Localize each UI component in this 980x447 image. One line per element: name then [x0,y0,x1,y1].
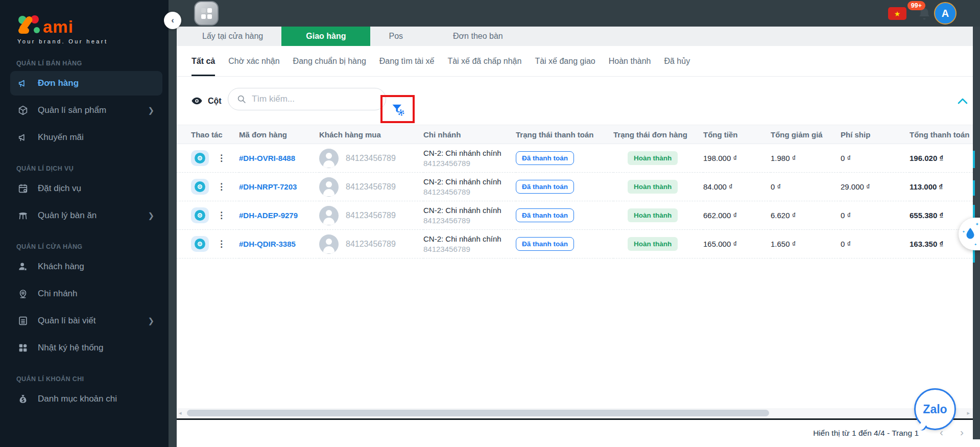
payment-status-chip[interactable]: Đã thanh toán [516,151,574,165]
sidebar-section-sales: QUẢN LÍ BÁN HÀNG [0,60,169,67]
horizontal-scrollbar-thumb[interactable] [187,410,769,416]
horizontal-scrollbar[interactable]: ◂ ▸ [177,408,973,418]
order-code-link[interactable]: #DH-ADEP-9279 [239,211,298,220]
status-tab-tai-xe-da-chap-nhan[interactable]: Tài xế đã chấp nhận [447,46,521,76]
status-tab-tat-ca[interactable]: Tất cả [192,46,215,76]
sidebar-item-nhat-ky-he-thong[interactable]: Nhật ký hệ thống [10,336,162,360]
row-menu-button[interactable]: ⋮ [217,154,226,162]
pagination-next-button[interactable]: › [960,426,964,438]
filter-gear-icon [391,102,405,116]
status-tab-hoan-thanh[interactable]: Hoàn thành [609,46,651,76]
row-menu-button[interactable]: ⋮ [217,183,226,191]
customer-avatar [319,149,339,168]
sidebar-item-khach-hang[interactable]: Khách hàng [10,254,162,279]
sidebar-item-chi-nhanh[interactable]: Chi nhánh [10,281,162,306]
payment-status-chip[interactable]: Đã thanh toán [516,237,574,251]
sidebar-item-dat-dich-vu[interactable]: Đặt dịch vụ [10,176,162,201]
sidebar-item-label: Khuyến mãi [38,132,84,143]
order-status-badge: Hoàn thành [628,208,678,222]
money-bag-icon [17,393,29,405]
eye-icon [195,181,205,192]
table-header-row: Thao tác Mã đơn hàng Khách hàng mua Chi … [177,125,973,144]
tab-giao-hang[interactable]: Giao hàng [281,27,370,46]
sidebar-item-quan-ly-ban-an[interactable]: Quản lý bàn ăn ❯ [10,203,162,228]
status-tab-cho-xac-nhan[interactable]: Chờ xác nhận [228,46,279,76]
vietnam-flag-icon[interactable]: ★ [888,7,906,20]
payment-status-chip[interactable]: Đã thanh toán [516,208,574,222]
calendar-icon [17,183,29,194]
person-star-icon [17,261,29,272]
content-panel: Lấy tại cửa hàng Giao hàng Pos Đơn theo … [177,27,973,418]
final-amount: 196.020 ₫ [910,144,973,173]
row-menu-button[interactable]: ⋮ [217,240,226,248]
col-header-ma-don-hang: Mã đơn hàng [239,125,319,144]
app-screen: ami Your brand. Our heart QUẢN LÍ BÁN HÀ… [0,0,980,447]
ship-fee: 0 ₫ [841,144,910,173]
orders-table: Thao tác Mã đơn hàng Khách hàng mua Chi … [177,125,973,258]
ship-fee: 0 ₫ [841,201,910,230]
order-status-badge: Hoàn thành [628,180,678,194]
zalo-chat-button[interactable]: Zalo [914,388,956,430]
sidebar-item-danh-muc-khoan-chi[interactable]: Danh mục khoản chi [10,387,162,411]
sidebar-section-store: QUẢN LÍ CỬA HÀNG [0,243,169,250]
notification-badge: 99+ [907,1,925,10]
scroll-right-arrow-icon[interactable]: ▸ [967,410,970,416]
tab-pos[interactable]: Pos [370,27,421,46]
chevron-right-icon: ❯ [148,106,154,115]
search-icon [236,94,247,104]
chevron-right-icon: ❯ [148,211,154,220]
status-tab-dang-tim-tai-xe[interactable]: Đang tìm tài xế [379,46,435,76]
sidebar-item-quan-li-bai-viet[interactable]: Quản lí bài viết ❯ [10,309,162,333]
filter-settings-button[interactable] [388,99,408,120]
sidebar-collapse-button[interactable]: ‹ [164,12,181,29]
view-order-button[interactable] [191,150,209,166]
dining-table-icon [17,210,29,221]
order-code-link[interactable]: #DH-OVRI-8488 [239,154,295,162]
columns-toggle-button[interactable]: Cột [191,95,222,107]
sidebar-item-khuyen-mai[interactable]: Khuyến mãi [10,125,162,150]
customer-avatar [319,177,339,197]
status-tab-tai-xe-dang-giao[interactable]: Tài xế đang giao [535,46,595,76]
user-avatar[interactable]: A [934,2,957,25]
order-status-badge: Hoàn thành [628,237,678,251]
map-pin-icon [17,288,29,299]
order-status-badge: Hoàn thành [628,151,678,165]
branch-phone: 84123456789 [423,187,516,197]
status-tab-dang-chuan-bi-hang[interactable]: Đang chuẩn bị hàng [293,46,366,76]
grid-apps-icon [201,8,212,19]
sidebar-item-label: Quản lí sản phẩm [38,105,106,115]
megaphone-icon [17,78,29,89]
sparkle-icon: ✦ [975,222,979,227]
view-order-button[interactable] [191,236,209,252]
order-code-link[interactable]: #DH-NRPT-7203 [239,182,297,191]
order-code-link[interactable]: #DH-QDIR-3385 [239,240,296,248]
scroll-left-arrow-icon[interactable]: ◂ [179,410,182,416]
pagination-summary: Hiển thị từ 1 đến 4/4 - Trang 1 [813,429,919,438]
chevron-up-icon[interactable] [957,97,968,105]
tab-lay-tai-cua-hang[interactable]: Lấy tại cửa hàng [184,27,281,46]
order-channel-tabs: Lấy tại cửa hàng Giao hàng Pos Đơn theo … [177,27,973,46]
table-row: ⋮ #DH-ADEP-9279 84123456789 CN-2: Chi nh… [177,201,973,230]
table-row: ⋮ #DH-OVRI-8488 84123456789 CN-2: Chi nh… [177,144,973,173]
logo-text: ami [43,19,74,35]
search-input[interactable] [252,94,369,104]
branch-name: CN-2: Chi nhánh chính [423,177,516,187]
chevron-right-icon: ❯ [148,316,154,325]
col-header-tong-thanh-toan: Tổng thanh toán [910,125,973,144]
zalo-logo: Zalo [923,403,947,416]
payment-status-chip[interactable]: Đã thanh toán [516,180,574,194]
view-order-button[interactable] [191,179,209,195]
app-launcher-button[interactable] [194,1,219,26]
sidebar-item-don-hang[interactable]: Đơn hàng [10,71,162,96]
sidebar: ami Your brand. Our heart QUẢN LÍ BÁN HÀ… [0,0,169,447]
branch-name: CN-2: Chi nhánh chính [423,148,516,158]
row-menu-button[interactable]: ⋮ [217,211,226,220]
tab-don-theo-ban[interactable]: Đơn theo bàn [421,27,535,46]
sidebar-item-quan-li-san-pham[interactable]: Quản lí sản phẩm ❯ [10,98,162,123]
status-tab-da-huy[interactable]: Đã hủy [664,46,690,76]
table-row: ⋮ #DH-NRPT-7203 84123456789 CN-2: Chi nh… [177,173,973,201]
branch-name: CN-2: Chi nhánh chính [423,234,516,244]
view-order-button[interactable] [191,207,209,223]
col-header-chi-nhanh: Chi nhánh [423,125,516,144]
megaphone-icon [17,132,29,143]
